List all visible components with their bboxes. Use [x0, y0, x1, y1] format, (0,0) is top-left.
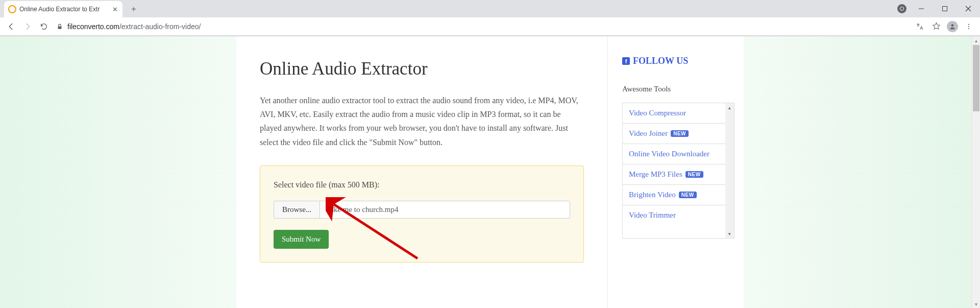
tool-link[interactable]: Merge MP3 Files — [629, 170, 682, 179]
page-scroll-up-arrow[interactable]: ▴ — [972, 36, 980, 45]
selected-file-name[interactable]: Take me to church.mp4 — [320, 201, 570, 219]
follow-label: FOLLOW US — [633, 56, 688, 66]
page-scrollbar[interactable]: ▴ ▾ — [971, 36, 980, 308]
svg-rect-1 — [943, 7, 947, 11]
scroll-up-arrow[interactable]: ▴ — [725, 103, 734, 112]
translate-icon[interactable] — [913, 19, 927, 34]
new-tab-button[interactable]: + — [127, 2, 141, 16]
browser-tab[interactable]: Online Audio Extractor to Extr ✕ — [4, 1, 122, 17]
profile-guest-icon[interactable] — [897, 4, 906, 13]
page-viewport: Online Audio Extractor Yet another onlin… — [0, 36, 980, 308]
tool-link[interactable]: Brighten Video — [629, 191, 676, 199]
new-badge: NEW — [685, 171, 703, 178]
tool-item[interactable]: Video Trimmer — [623, 205, 734, 225]
browser-chrome: Online Audio Extractor to Extr ✕ + filec… — [0, 0, 980, 36]
tool-link[interactable]: Video Compressor — [629, 109, 686, 117]
reload-button[interactable] — [37, 19, 51, 34]
browser-toolbar: fileconverto.com/extract-audio-from-vide… — [0, 17, 980, 36]
content-card: Online Audio Extractor Yet another onlin… — [236, 36, 744, 308]
close-window-button[interactable] — [957, 0, 980, 17]
facebook-icon: f — [622, 57, 630, 65]
bookmark-star-icon[interactable] — [929, 19, 943, 34]
address-bar[interactable]: fileconverto.com/extract-audio-from-vide… — [56, 22, 201, 31]
new-badge: NEW — [671, 130, 689, 137]
tool-item[interactable]: Brighten VideoNEW — [623, 185, 734, 205]
browse-button[interactable]: Browse... — [274, 201, 320, 219]
svg-point-8 — [968, 28, 969, 29]
tool-item[interactable]: Online Video Downloader — [623, 144, 734, 164]
page-scroll-thumb[interactable] — [973, 45, 979, 111]
url-path: /extract-audio-from-video/ — [119, 22, 201, 31]
forward-button[interactable] — [20, 19, 35, 34]
tools-scrollbar[interactable]: ▴ ▾ — [725, 103, 734, 238]
close-tab-icon[interactable]: ✕ — [111, 6, 118, 13]
tool-item[interactable]: Video Compressor — [623, 103, 734, 124]
main-column: Online Audio Extractor Yet another onlin… — [236, 36, 608, 308]
scroll-down-arrow[interactable]: ▾ — [725, 229, 734, 238]
menu-kebab-icon[interactable] — [962, 19, 976, 34]
submit-button[interactable]: Submit Now — [274, 230, 329, 249]
tool-item[interactable]: Video JoinerNEW — [623, 124, 734, 144]
tab-bar: Online Audio Extractor to Extr ✕ + — [0, 0, 980, 17]
minimize-button[interactable] — [910, 0, 933, 17]
lock-icon — [56, 23, 63, 30]
tools-listbox: Video CompressorVideo JoinerNEWOnline Vi… — [622, 103, 734, 239]
window-controls — [897, 0, 980, 17]
url-host: fileconverto.com — [67, 22, 119, 31]
page-scroll-down-arrow[interactable]: ▾ — [972, 300, 980, 308]
intro-text: Yet another online audio extractor tool … — [260, 93, 584, 149]
tool-link[interactable]: Video Trimmer — [629, 211, 676, 220]
svg-point-7 — [968, 26, 969, 27]
sidebar-column: f FOLLOW US Awesome Tools Video Compress… — [608, 36, 744, 308]
new-badge: NEW — [679, 192, 697, 198]
tool-link[interactable]: Online Video Downloader — [629, 150, 709, 158]
tab-title: Online Audio Extractor to Extr — [19, 6, 108, 13]
awesome-tools-heading: Awesome Tools — [622, 85, 734, 93]
upload-label: Select video file (max 500 MB): — [274, 180, 570, 189]
back-button[interactable] — [4, 19, 18, 34]
favicon-icon — [8, 5, 16, 13]
svg-point-6 — [968, 23, 969, 25]
follow-us-link[interactable]: f FOLLOW US — [622, 56, 734, 66]
svg-rect-4 — [58, 26, 62, 29]
svg-point-5 — [951, 24, 954, 27]
upload-panel: Select video file (max 500 MB): Browse..… — [260, 165, 584, 263]
maximize-button[interactable] — [933, 0, 957, 17]
page-title: Online Audio Extractor — [260, 59, 584, 79]
tool-link[interactable]: Video Joiner — [629, 129, 668, 138]
file-input-row: Browse... Take me to church.mp4 — [274, 201, 570, 219]
tool-item[interactable]: Merge MP3 FilesNEW — [623, 164, 734, 185]
profile-avatar-icon[interactable] — [945, 19, 960, 34]
